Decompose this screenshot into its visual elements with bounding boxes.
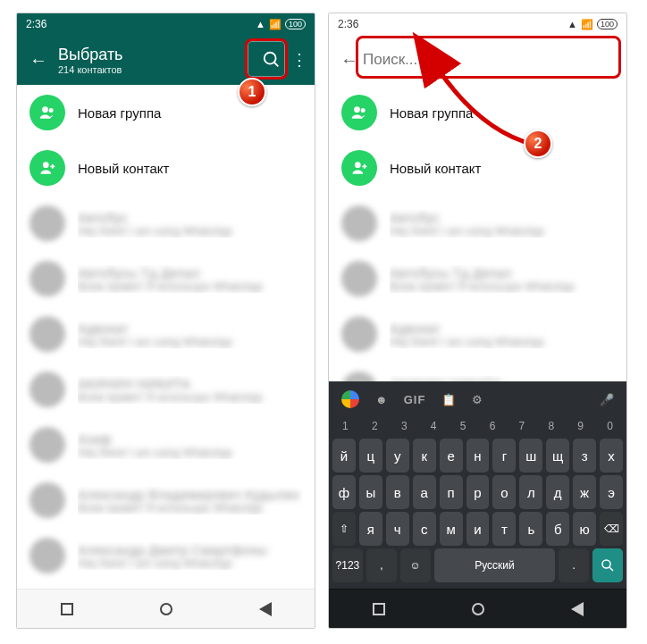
status-time: 2:36 [338,18,358,30]
signal-icon: 📶 [269,19,281,30]
key-letter[interactable]: ф [332,475,356,509]
contact-row[interactable]: Автобусы Тд ДепалВсем привет! Я использу… [17,251,315,306]
key-letter[interactable]: ч [386,512,409,546]
nav-recent-icon[interactable] [373,603,385,615]
nav-back-icon[interactable] [571,602,584,616]
clipboard-icon[interactable]: 📋 [441,393,456,406]
key-num[interactable]: 8 [538,416,564,436]
sticker-icon[interactable]: ☻ [375,393,388,406]
key-comma[interactable]: , [366,548,397,582]
action-add-person[interactable]: Новый контакт [329,140,626,196]
action-group[interactable]: Новая группа [329,85,626,140]
contact-row[interactable]: Автобусы Тд ДепалВсем привет! Я использу… [329,251,626,306]
key-letter[interactable]: ю [573,512,596,546]
key-letter[interactable]: ц [359,439,382,473]
row-title: Адвокат [390,321,614,336]
row-title: Автобусы Тд Депал [390,265,614,280]
avatar [29,205,65,241]
key-letter[interactable]: й [332,439,356,473]
back-icon[interactable]: ← [336,50,363,71]
key-letter[interactable]: м [440,512,463,546]
key-letter[interactable]: и [466,512,490,546]
key-num[interactable]: 1 [332,416,358,436]
nav-home-icon[interactable] [472,603,484,615]
contact-row[interactable]: Александр Дмитр СмартфоныHey there! I am… [17,528,315,583]
settings-icon[interactable]: ⚙ [472,393,483,406]
row-subtitle: Hey there! I am using WhatsApp [390,225,614,238]
search-input[interactable] [363,51,619,69]
key-search[interactable] [592,548,623,582]
key-letter[interactable]: б [546,512,569,546]
key-letter[interactable]: р [466,475,490,509]
key-letter[interactable]: у [386,439,409,473]
search-button[interactable] [254,42,290,78]
nav-back-icon[interactable] [259,602,272,616]
key-letter[interactable]: н [466,439,490,473]
key-letter[interactable]: п [440,475,463,509]
key-letter[interactable]: е [440,439,463,473]
contact-row[interactable]: АКИНИН НИКИТАВсем привет! Я использую Wh… [329,362,626,381]
contact-row[interactable]: АвтобусHey there! I am using WhatsApp [329,196,626,251]
key-letter[interactable]: щ [546,439,569,473]
key-num[interactable]: 7 [508,416,534,436]
action-group[interactable]: Новая группа [17,85,315,140]
key-letter[interactable]: з [573,439,596,473]
key-letter[interactable]: х [600,439,623,473]
key-letter[interactable]: я [359,512,382,546]
key-letter[interactable]: л [519,475,542,509]
key-letter[interactable]: в [386,475,409,509]
key-letter[interactable]: ж [573,475,596,509]
key-letter[interactable]: с [413,512,436,546]
row-subtitle: Hey there! I am using WhatsApp [78,336,302,348]
key-num[interactable]: 6 [480,416,506,436]
status-icons: ▲ 📶 100 [256,19,306,30]
key-letter[interactable]: ш [519,439,542,473]
key-letter[interactable]: г [492,439,516,473]
contact-list[interactable]: Новая группаНовый контактАвтобусHey ther… [329,85,626,381]
key-period[interactable]: . [559,548,589,582]
contact-row[interactable]: АдвокатHey there! I am using WhatsApp [17,306,315,362]
key-emoji[interactable]: ☺ [400,548,431,582]
avatar [341,205,377,241]
contact-row[interactable]: АдвокатHey there! I am using WhatsApp [329,306,626,362]
key-letter[interactable]: д [546,475,569,509]
key-letter[interactable]: а [413,475,436,509]
more-icon[interactable]: ⋮ [290,50,309,70]
key-backspace[interactable]: ⌫ [600,512,623,546]
back-icon[interactable]: ← [26,50,51,71]
key-num[interactable]: 9 [567,416,593,436]
gif-icon[interactable]: GIF [404,393,426,406]
key-shift[interactable]: ⇧ [332,512,356,546]
nav-home-icon[interactable] [160,603,172,615]
key-letter[interactable]: о [492,475,516,509]
screenshot-1: 2:36 ▲ 📶 100 ← Выбрать 214 контактов ⋮ Н… [16,13,315,629]
contact-list[interactable]: Новая группаНовый контактАвтобусHey ther… [17,85,315,589]
svg-point-4 [43,162,49,168]
key-num[interactable]: 2 [362,416,388,436]
key-symbols[interactable]: ?123 [332,548,363,582]
key-space[interactable]: Русский [434,548,556,582]
key-letter[interactable]: т [492,512,516,546]
keyboard[interactable]: ☻ GIF 📋 ⚙ 🎤 1234567890 йцукенгшщзх фывап… [329,381,626,589]
nav-recent-icon[interactable] [61,603,73,615]
google-icon[interactable] [341,390,359,408]
key-letter[interactable]: ь [519,512,542,546]
contact-row[interactable]: Александр Владимирович КудылинВсем приве… [17,473,315,528]
key-letter[interactable]: э [600,475,623,509]
status-time: 2:36 [26,18,46,30]
action-add-person[interactable]: Новый контакт [17,140,315,196]
key-num[interactable]: 3 [391,416,417,436]
key-num[interactable]: 5 [450,416,476,436]
key-letter[interactable]: ы [359,475,382,509]
mic-icon[interactable]: 🎤 [600,393,614,406]
key-num[interactable]: 4 [421,416,447,436]
key-letter[interactable]: к [413,439,436,473]
avatar [29,538,65,573]
contact-row[interactable]: АКИНИН НИКИТАВсем привет! Я использую Wh… [17,362,315,417]
svg-point-3 [49,108,54,113]
key-num[interactable]: 0 [597,416,623,436]
contact-row[interactable]: АзифHey there! I am using WhatsApp [17,417,315,473]
contact-row[interactable]: Александр Зеленский [17,583,315,589]
row-title: Автобус [78,210,302,225]
contact-row[interactable]: АвтобусHey there! I am using WhatsApp [17,196,315,251]
